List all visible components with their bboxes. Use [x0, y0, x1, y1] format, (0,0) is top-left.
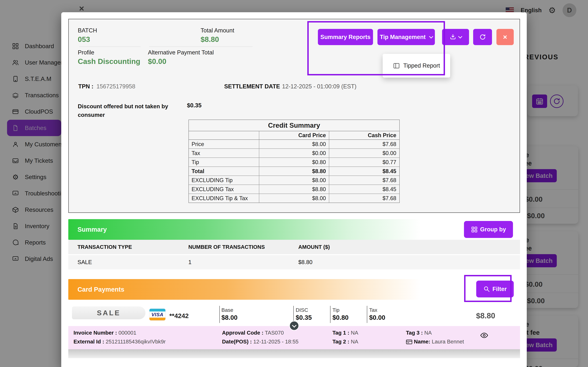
- transaction-type-badge: SALE: [72, 307, 146, 319]
- card-payments-header: Card Payments Filter: [68, 279, 520, 300]
- credit-summary-row: EXCLUDING Tax$8.80$8.45: [189, 185, 399, 194]
- credit-summary-cell: $0.77: [329, 158, 399, 167]
- profile-label: Profile: [78, 49, 94, 56]
- settlement-date-value: 12-12-2025 - 01:00:09 (EST): [282, 83, 356, 90]
- profile-value: Cash Discounting: [78, 57, 140, 66]
- credit-summary-cell: $0.00: [259, 149, 329, 158]
- credit-summary-header: Card Price Cash Price: [189, 131, 399, 140]
- view-details-eye-button[interactable]: [480, 332, 488, 339]
- credit-summary-cell: EXCLUDING Tip & Tax: [189, 194, 259, 203]
- divider: [79, 47, 141, 47]
- date-pos: Date(POS) : 12-11-2025 - 18:55: [222, 339, 298, 345]
- field-tip: Tip $0.80: [332, 307, 348, 321]
- credit-summary-cell: $8.00: [259, 194, 329, 203]
- download-icon: [450, 34, 456, 40]
- group-by-button[interactable]: Group by: [464, 221, 513, 238]
- annotation-highlight-filter: [464, 275, 512, 302]
- download-button[interactable]: [442, 29, 469, 45]
- next-card-top: [68, 358, 520, 367]
- screen: iPOSpay English ⚙ D DashboardUser Manage…: [0, 0, 588, 367]
- external-id: External Id : 251211185436qikvIVbk9r: [73, 339, 166, 345]
- field-base: Base $8.00: [221, 307, 237, 321]
- close-x-icon: ×: [503, 33, 507, 41]
- invoice-number: Invoice Number : 000001: [73, 330, 136, 336]
- tag-2: Tag 2 : NA: [332, 339, 358, 345]
- group-by-label: Group by: [480, 226, 506, 233]
- credit-summary-cell: $8.00: [259, 176, 329, 184]
- credit-summary-cell: $8.45: [329, 185, 399, 194]
- col-cash-price: Cash Price: [329, 131, 399, 140]
- summary-row-count: 1: [188, 259, 191, 266]
- visa-word: VISA: [149, 311, 165, 318]
- annotation-highlight-buttons: [307, 21, 445, 75]
- summary-table-header: TRANSACTION TYPE NUMBER OF TRANSACTIONS …: [68, 240, 520, 254]
- card-icon: [406, 340, 412, 344]
- summary-row-amount: $8.80: [298, 259, 312, 266]
- credit-summary-cell: EXCLUDING Tax: [189, 185, 259, 194]
- approval-code: Approval Code : TAS070: [222, 330, 284, 336]
- chevron-down-icon: [458, 34, 462, 38]
- col-number-of-transactions: NUMBER OF TRANSACTIONS: [188, 244, 265, 250]
- field-tax: Tax $0.00: [369, 307, 385, 321]
- col-card-price: Card Price: [259, 131, 329, 140]
- alt-payment-value: $0.00: [148, 57, 166, 66]
- summary-section-header: Summary Group by: [68, 219, 520, 240]
- card-number: **4242: [169, 312, 189, 320]
- summary-title: Summary: [78, 226, 107, 233]
- credit-summary-cell: $8.80: [259, 185, 329, 194]
- credit-summary-row: EXCLUDING Tip$8.00$7.68: [189, 176, 399, 185]
- refresh-button[interactable]: [473, 29, 492, 45]
- credit-summary-cell: Tip: [189, 158, 259, 167]
- customer-name: Name: Laura Bennet: [406, 339, 464, 345]
- batch-label: BATCH: [78, 27, 97, 34]
- batch-detail-box: BATCH 053 Total Amount $8.80 Profile Cas…: [68, 19, 520, 213]
- credit-summary-title: Credit Summary: [189, 120, 399, 131]
- field-disc: DISC $0.35: [296, 307, 312, 321]
- card-payments-title: Card Payments: [78, 286, 124, 293]
- credit-summary-row: Price$8.00$7.68: [189, 140, 399, 149]
- tag-3: Tag 3 : NA: [406, 330, 432, 336]
- grid-icon: [471, 226, 478, 233]
- divider: [149, 47, 252, 47]
- visa-card-icon: VISA: [149, 309, 165, 320]
- tag-1: Tag 1 : NA: [332, 330, 358, 336]
- summary-table-row: SALE 1 $8.80: [68, 255, 520, 269]
- discount-value: $0.35: [187, 102, 201, 109]
- credit-summary-cell: $8.00: [259, 140, 329, 149]
- tpn-label: TPN :: [78, 83, 93, 90]
- credit-summary-cell: $0.80: [259, 158, 329, 167]
- credit-summary-row: Tip$0.80$0.77: [189, 158, 399, 167]
- discount-label: Discount offered but not taken by consum…: [78, 102, 170, 119]
- credit-summary-row: EXCLUDING Tip & Tax$8.00$7.68: [189, 194, 399, 203]
- expand-toggle-button[interactable]: [289, 321, 299, 331]
- credit-summary-cell: Price: [189, 140, 259, 149]
- credit-summary-cell: $7.68: [329, 176, 399, 184]
- refresh-icon: [479, 34, 486, 40]
- summary-row-type: SALE: [78, 259, 92, 266]
- col-transaction-type: TRANSACTION TYPE: [78, 244, 132, 250]
- credit-summary-cell: $7.68: [329, 194, 399, 203]
- credit-summary-cell: EXCLUDING Tip: [189, 176, 259, 184]
- batch-detail-modal: BATCH 053 Total Amount $8.80 Profile Cas…: [61, 12, 527, 367]
- card-shadow: [68, 349, 520, 358]
- col-amount: AMOUNT ($): [298, 244, 330, 250]
- total-amount-value: $8.80: [201, 35, 219, 44]
- eye-icon: [480, 332, 488, 339]
- transaction-total: $8.80: [476, 311, 495, 320]
- credit-summary-row: Tax$0.00$0.00: [189, 149, 399, 158]
- credit-summary-cell: $8.45: [329, 167, 399, 175]
- batch-number: 053: [78, 35, 90, 44]
- credit-summary-table: Credit Summary Card Price Cash Price Pri…: [189, 120, 400, 203]
- tpn-value: 156725179958: [96, 83, 135, 90]
- close-icon[interactable]: ×: [79, 4, 84, 13]
- transaction-card: SALE VISA **4242 Base $8.00 DISC $0.35 T…: [68, 300, 520, 349]
- alt-payment-label: Alternative Payment Total: [148, 49, 214, 56]
- credit-summary-cell: $8.80: [259, 167, 329, 175]
- credit-summary-row: Total$8.80$8.45: [189, 167, 399, 176]
- credit-summary-cell: $7.68: [329, 140, 399, 149]
- modal-close-button[interactable]: ×: [496, 29, 514, 45]
- total-amount-label: Total Amount: [201, 27, 234, 34]
- credit-summary-cell: Tax: [189, 149, 259, 158]
- settlement-date-label: SETTLEMENT DATE: [224, 83, 280, 90]
- credit-summary-cell: Total: [189, 167, 259, 175]
